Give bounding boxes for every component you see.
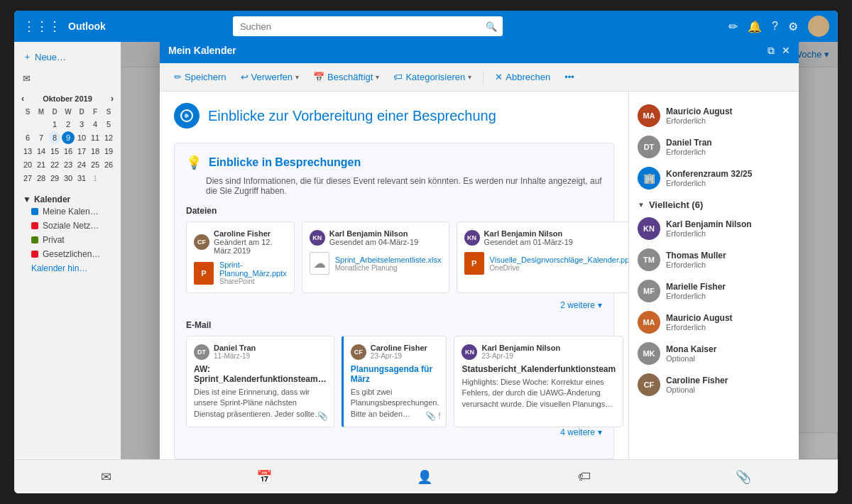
add-calendar-label: Kalender hin…: [31, 263, 87, 273]
email-header-2: CF Caroline Fisher 23-Apr-19: [351, 344, 439, 360]
calendars-header[interactable]: ▼ Kalender: [23, 195, 112, 204]
calendars-label: Kalender: [34, 195, 70, 204]
new-button[interactable]: ＋ Abbrechen Neue…: [14, 46, 121, 67]
month-next[interactable]: ›: [111, 94, 114, 104]
more-button[interactable]: •••: [559, 69, 580, 85]
email-avatar-3: KN: [462, 344, 477, 360]
grid-icon[interactable]: ⋮⋮⋮: [23, 18, 61, 34]
email-card-1[interactable]: DT Daniel Tran 11-März-19 AW: Sprint_Kal…: [186, 336, 334, 427]
sender-info-1: Caroline Fisher Geändert am 12. März 201…: [214, 229, 287, 255]
attendee-info-room: Konferenzraum 32/25 Erforderlich: [666, 169, 790, 187]
bell-icon[interactable]: 🔔: [748, 20, 762, 33]
pen-icon[interactable]: ✏: [728, 20, 738, 33]
file-card-3[interactable]: KN Karl Benjamin Nilson Gesendet am 01-M…: [457, 221, 628, 293]
attendee-avatar-karl: KN: [638, 217, 660, 240]
attendee-avatar-mauricio: MA: [638, 104, 660, 127]
sender-avatar-2: KN: [310, 230, 325, 246]
top-bar-actions: ✏ 🔔 ? ⚙: [728, 16, 829, 37]
file-card-2[interactable]: KN Karl Benjamin Nilson Gesendet am 04-M…: [302, 221, 449, 293]
save-icon: ✏: [174, 72, 182, 82]
maybe-section-header[interactable]: ▼ Vielleicht (6): [638, 194, 790, 213]
attendee-info-karl: Karl Benjamin Nilson Erforderlich: [666, 219, 790, 238]
maybe-chevron: ▼: [638, 201, 645, 209]
settings-icon[interactable]: ⚙: [788, 20, 798, 33]
toolbar-separator: [483, 70, 484, 84]
modal-overlay: Mein Kalender ⧉ ✕ ✏ Speichern ↩: [121, 42, 838, 459]
attendee-daniel: DT Daniel Tran Erforderlich: [638, 131, 790, 163]
pptx-icon-1: P: [194, 262, 214, 285]
more-files-link[interactable]: 2 weitere ▾: [186, 300, 602, 310]
attendee-mona: MK Mona Kaiser Optional: [638, 338, 790, 369]
modal-main: Einblicke zur Vorbereitung einer Besprec…: [160, 92, 628, 459]
file-item-3: P Visuelle_Designvorschläge_Kalender.ppt…: [464, 252, 628, 275]
cal-item-gesetz[interactable]: Gesetzlichen…: [23, 247, 112, 261]
sender-avatar-1: CF: [194, 234, 209, 250]
month-prev[interactable]: ‹: [21, 94, 24, 104]
file-card-1[interactable]: CF Caroline Fisher Geändert am 12. März …: [186, 221, 295, 293]
files-label: Dateien: [186, 206, 602, 216]
attendee-marielle: MF Marielle Fisher Erforderlich: [638, 275, 790, 307]
cal-item-soziale[interactable]: Soziale Netz…: [23, 219, 112, 233]
add-calendar-link[interactable]: Kalender hin…: [23, 261, 112, 275]
email-label: E-Mail: [186, 320, 602, 330]
modal-body: Einblicke zur Vorbereitung einer Besprec…: [160, 92, 799, 459]
save-button[interactable]: ✏ Speichern: [168, 69, 232, 85]
discard-button[interactable]: ↩ Verwerfen ▾: [235, 69, 305, 85]
chevron-right-icon: ▾: [598, 300, 602, 310]
attendee-info-mona: Mona Kaiser Optional: [666, 344, 790, 363]
calendars-section: ▼ Kalender Meine Kalen… Soziale Netz… Pr…: [14, 189, 121, 278]
user-avatar[interactable]: [808, 16, 829, 37]
nav-mail[interactable]: ✉: [14, 67, 121, 89]
attendee-avatar-marielle: MF: [638, 280, 660, 302]
people-icon-bottom: 👤: [417, 469, 432, 485]
cancel-button[interactable]: ✕ Abbrechen: [489, 69, 556, 85]
meeting-icon: [174, 103, 200, 128]
nav-attach-bottom[interactable]: 📎: [736, 469, 751, 485]
attendee-info-marielle: Marielle Fisher Erforderlich: [666, 282, 790, 300]
attendee-avatar-caroline: CF: [638, 373, 660, 396]
cancel-icon: ✕: [495, 72, 503, 82]
room-avatar: 🏢: [638, 167, 660, 190]
attendee-info-mauricio: Mauricio August Erforderlich: [666, 106, 790, 125]
bottom-nav: ✉ 📅 👤 🏷 📎: [14, 459, 838, 493]
sender-info-2: Karl Benjamin Nilson Gesendet am 04-März…: [329, 229, 418, 246]
close-icon[interactable]: ✕: [782, 45, 790, 57]
sender-info-3: Karl Benjamin Nilson Gesendet am 01-März…: [484, 229, 573, 246]
help-icon[interactable]: ?: [772, 20, 778, 33]
file-item-1: P Sprint-Planung_März.pptx SharePoint: [194, 261, 287, 285]
top-bar: ⋮⋮⋮ Outlook 🔍 ✏ 🔔 ? ⚙: [14, 11, 838, 42]
attendee-caroline: CF Caroline Fisher Optional: [638, 369, 790, 400]
attendee-mauricio2: MA Mauricio August Erforderlich: [638, 307, 790, 338]
file-sender-2: KN Karl Benjamin Nilson Gesendet am 04-M…: [310, 229, 442, 246]
status-button[interactable]: 📅 Beschäftigt ▾: [307, 69, 385, 85]
nav-calendar-bottom[interactable]: 📅: [256, 469, 272, 485]
mini-calendar: ‹ Oktober 2019 › S M D W D F S 1 2: [14, 89, 121, 189]
cal-name-gesetz: Gesetzlichen…: [43, 249, 100, 259]
modal: Mein Kalender ⧉ ✕ ✏ Speichern ↩: [160, 42, 799, 459]
month-year: Oktober 2019: [43, 94, 92, 103]
search-container: 🔍: [233, 16, 503, 36]
categorize-button[interactable]: 🏷 Kategorisieren ▾: [388, 69, 477, 85]
cloud-icon-2: ☁: [310, 252, 329, 275]
nav-tag-bottom[interactable]: 🏷: [578, 469, 591, 484]
more-emails-link[interactable]: 4 weitere ▾: [186, 427, 602, 437]
email-card-3[interactable]: KN Karl Benjamin Nilson 23-Apr-19 Status…: [454, 336, 623, 427]
insights-section: 💡 Einblicke in Besprechungen Dies sind I…: [174, 143, 614, 459]
expand-icon[interactable]: ⧉: [768, 45, 775, 57]
cal-name-meine: Meine Kalen…: [43, 207, 99, 217]
file-sender-3: KN Karl Benjamin Nilson Gesendet am 01-M…: [464, 229, 628, 246]
cal-item-meine[interactable]: Meine Kalen…: [23, 204, 112, 219]
mail-icon-bottom: ✉: [101, 469, 111, 485]
tag-icon: 🏷: [393, 72, 403, 82]
cal-item-privat[interactable]: Privat: [23, 233, 112, 247]
attendee-avatar-daniel: DT: [638, 136, 660, 158]
nav-people-bottom[interactable]: 👤: [417, 469, 432, 485]
nav-mail-bottom[interactable]: ✉: [101, 469, 111, 485]
file-sender-1: CF Caroline Fisher Geändert am 12. März …: [194, 229, 287, 255]
email-header-3: KN Karl Benjamin Nilson 23-Apr-19: [462, 344, 616, 360]
sender-avatar-3: KN: [464, 230, 480, 246]
search-input[interactable]: [233, 16, 503, 36]
plus-icon: ＋: [23, 50, 32, 63]
status-icon: 📅: [313, 72, 324, 82]
email-card-2[interactable]: CF Caroline Fisher 23-Apr-19 Planungsage…: [342, 336, 447, 427]
